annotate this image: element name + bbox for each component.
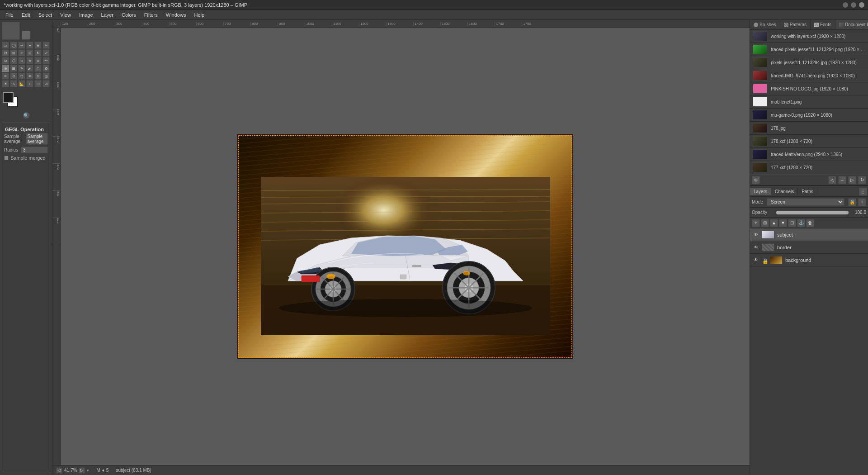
doc-history-item-6[interactable]: mu-game-0.png (1920 × 1080) (750, 109, 868, 122)
history-open-button[interactable]: ⊕ (752, 176, 760, 184)
layer-visibility-subject[interactable]: 👁 (753, 232, 759, 238)
zoom-tool[interactable]: 🔍 (2, 112, 50, 119)
tool-heal[interactable]: ✚ (26, 72, 33, 80)
menu-layer[interactable]: Layer (98, 11, 118, 19)
new-layer-group-button[interactable]: ⊞ (761, 219, 769, 227)
tool-fuzzy-select[interactable]: ✦ (26, 42, 33, 49)
layer-visibility-border[interactable]: 👁 (753, 244, 759, 251)
tool-flip[interactable]: ⇔ (26, 57, 33, 64)
doc-history-item-10[interactable]: 177.xcf (1280 × 720) (750, 161, 868, 174)
maximize-button[interactable] (851, 2, 856, 8)
new-layer-button[interactable]: + (752, 219, 760, 227)
tool-align[interactable]: ⊞ (10, 49, 17, 57)
tab-paths[interactable]: Paths (798, 188, 817, 195)
doc-history-item-1[interactable]: traced-pixels-jessef11-1213294.png (1920… (750, 43, 868, 56)
tool-clone[interactable]: ⊡ (18, 72, 25, 80)
history-refresh-button[interactable]: ↻ (858, 176, 866, 184)
tool-shear[interactable]: ⊘ (2, 57, 9, 64)
tab-patterns[interactable]: Patterns (780, 20, 811, 29)
layer-item-background[interactable]: 👁 🔒 background (750, 254, 868, 266)
tab-document-history[interactable]: Document History (835, 20, 868, 29)
tool-ink[interactable]: ✒ (2, 72, 9, 80)
doc-history-item-2[interactable]: pixels-jessef11-1213294.jpg (1920 × 1280… (750, 56, 868, 69)
doc-history-item-5[interactable]: mobilenet1.png (750, 95, 868, 109)
tool-mypaint[interactable]: ⊙ (10, 72, 17, 80)
layer-down-button[interactable]: ▼ (779, 219, 787, 227)
layer-thumb-background (770, 256, 783, 264)
tool-foreground-select[interactable]: ⊡ (2, 49, 9, 57)
layer-item-subject[interactable]: 👁 subject (750, 228, 868, 241)
zoom-prev-button[interactable]: ◁ (56, 467, 62, 474)
tool-rect-select[interactable]: ▭ (2, 42, 9, 49)
doc-history-item-8[interactable]: 178.xcf (1280 × 720) (750, 135, 868, 148)
tool-bucket-fill[interactable]: ⊗ (2, 65, 9, 72)
tool-by-color-select[interactable]: ◈ (34, 42, 42, 49)
tool-smudge[interactable]: ∿ (10, 80, 17, 87)
foreground-color[interactable] (3, 92, 14, 103)
menu-help[interactable]: Help (190, 11, 208, 19)
layer-up-button[interactable]: ▲ (770, 219, 778, 227)
doc-history-item-0[interactable]: working with layers.xcf (1920 × 1280) (750, 30, 868, 43)
delete-layer-button[interactable]: 🗑 (806, 219, 814, 227)
tool-airbrush[interactable]: ✿ (42, 65, 50, 72)
minimize-button[interactable] (843, 2, 848, 8)
menu-view[interactable]: View (57, 11, 75, 19)
menu-file[interactable]: File (2, 11, 17, 19)
sample-merged-checkbox[interactable] (4, 156, 9, 160)
close-button[interactable] (859, 2, 864, 8)
history-prev-button[interactable]: ◁ (828, 176, 836, 184)
doc-history-item-9[interactable]: traced-MattVenn.png (2948 × 1366) (750, 148, 868, 161)
tool-iscissors[interactable]: ✂ (42, 42, 50, 49)
tool-blur[interactable]: ◎ (42, 72, 50, 80)
tab-fonts[interactable]: A Fonts (811, 20, 835, 29)
tool-scale[interactable]: ⤢ (42, 49, 50, 57)
tab-channels[interactable]: Channels (771, 188, 798, 195)
doc-history-item-7[interactable]: 178.jpg (750, 122, 868, 135)
tool-perspective-clone[interactable]: ⊟ (34, 72, 42, 80)
layer-lock-alpha-button[interactable]: 🔒 (848, 198, 856, 206)
history-remove-button[interactable]: – (838, 176, 846, 184)
layers-panel-options-button[interactable]: ⋮ (859, 188, 867, 196)
tool-crop[interactable]: ⊟ (26, 49, 33, 57)
sample-dropdown[interactable]: Sample average (26, 133, 48, 145)
menu-image[interactable]: Image (75, 11, 97, 19)
tool-measure[interactable]: 📐 (18, 80, 25, 87)
duplicate-layer-button[interactable]: ⊡ (788, 219, 796, 227)
tool-blend[interactable]: ▦ (10, 65, 17, 72)
canvas-viewport[interactable] (61, 28, 750, 465)
doc-history-item-3[interactable]: traced-IMG_9741-hero.png (1920 × 1080) (750, 69, 868, 82)
menu-filters[interactable]: Filters (141, 11, 161, 19)
tool-ellipse-select[interactable]: ◯ (10, 42, 17, 49)
menu-select[interactable]: Select (35, 11, 56, 19)
tool-rotate[interactable]: ↻ (34, 49, 42, 57)
tool-dodge-burn[interactable]: ☀ (2, 80, 9, 87)
tool-free-select[interactable]: ⊹ (18, 42, 25, 49)
menu-colors[interactable]: Colors (118, 11, 140, 19)
tool-paintbrush[interactable]: 🖌 (26, 65, 33, 72)
menu-windows[interactable]: Windows (162, 11, 190, 19)
tab-layers[interactable]: Layers (750, 188, 771, 195)
anchor-layer-button[interactable]: ⚓ (797, 219, 805, 227)
tool-eraser[interactable]: ◻ (34, 65, 42, 72)
tool-perspective[interactable]: ⬡ (10, 57, 17, 64)
history-next-button[interactable]: ▷ (848, 176, 856, 184)
opacity-bar[interactable] (776, 211, 849, 214)
zoom-next-button[interactable]: ▷ (79, 467, 85, 474)
mode-select[interactable]: Screen Normal Multiply Overlay (767, 198, 844, 206)
tool-color-picker[interactable]: ⊿ (42, 80, 50, 87)
tab-brushes[interactable]: Brushes (750, 20, 780, 29)
layer-visibility-background[interactable]: 👁 (753, 257, 759, 263)
tool-move[interactable]: ✛ (18, 49, 25, 57)
doc-history-item-4[interactable]: PINKISH NO LOGO.jpg (1920 × 1080) (750, 82, 868, 95)
menu-edit[interactable]: Edit (18, 11, 34, 19)
tool-warp[interactable]: 〜 (42, 57, 50, 64)
radius-value[interactable]: 3 (21, 147, 48, 153)
layer-new-from-visible-button[interactable]: + (858, 198, 866, 206)
fg-bg-colors[interactable] (3, 92, 21, 108)
tool-paths[interactable]: ⤻ (34, 80, 42, 87)
tool-text[interactable]: T (26, 80, 33, 87)
layer-item-border[interactable]: 👁 border (750, 241, 868, 254)
tool-transform[interactable]: ⊕ (18, 57, 25, 64)
tool-pencil[interactable]: ✎ (18, 65, 25, 72)
tool-cage[interactable]: ⊛ (34, 57, 42, 64)
